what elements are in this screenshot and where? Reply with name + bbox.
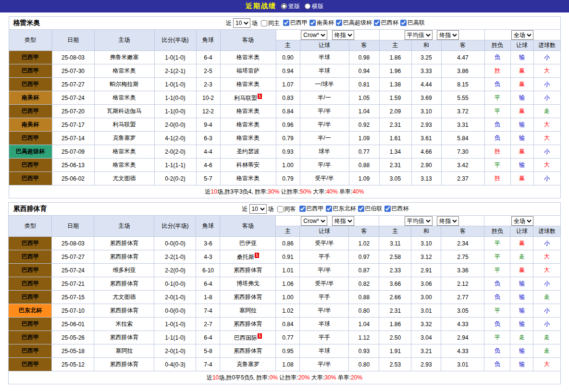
same-venue-filter[interactable]: 同客 xyxy=(277,205,296,213)
away-team[interactable]: 塞阿拉 xyxy=(220,304,276,318)
away-team[interactable]: 克鲁塞罗 xyxy=(220,358,276,371)
away-team[interactable]: 巴伊亚 xyxy=(220,237,276,250)
euro-draw-odds: 3.61 xyxy=(411,132,441,145)
league-filter[interactable]: 巴西甲 xyxy=(299,205,324,213)
home-team[interactable]: 尤文图德 xyxy=(94,172,154,185)
result-goals: 走 xyxy=(533,291,560,304)
result-handicap: 输 xyxy=(510,304,533,318)
away-team[interactable]: 累西腓体育 xyxy=(220,264,276,277)
away-team[interactable]: 巴西国际1 xyxy=(220,331,276,344)
scope-select[interactable]: 全场 xyxy=(511,30,533,40)
same-venue-filter[interactable]: 同主 xyxy=(261,19,280,27)
home-team[interactable]: 维多利亚 xyxy=(94,264,154,277)
same-venue-checkbox[interactable] xyxy=(261,20,267,26)
home-team[interactable]: 帕尔梅拉斯 xyxy=(94,78,154,91)
asian-final-index-select[interactable]: 终指 xyxy=(332,30,354,40)
bookmaker-select[interactable]: Crow* xyxy=(301,216,327,226)
away-team[interactable]: 圣约瑟波 xyxy=(220,145,276,159)
home-team[interactable]: 尤文图德 xyxy=(94,291,154,304)
rounds-select[interactable]: 10 xyxy=(249,204,267,214)
layout-vertical-option[interactable]: 竖版 xyxy=(281,2,300,11)
euro-away-odds: 2.37 xyxy=(441,172,484,185)
score: 1-0(1-0) xyxy=(154,51,196,64)
away-team[interactable]: 格雷米奥 xyxy=(220,132,276,145)
away-team[interactable]: 格雷米奥 xyxy=(220,172,276,185)
scope-select[interactable]: 全场 xyxy=(511,216,533,226)
home-team[interactable]: 弗鲁米嫩塞 xyxy=(94,51,154,64)
home-team[interactable]: 利马联盟 xyxy=(94,118,154,132)
rounds-select[interactable]: 10 xyxy=(233,18,250,28)
away-team[interactable]: 利马联盟1 xyxy=(220,91,276,105)
summary-part: 20% xyxy=(298,374,310,381)
away-team[interactable]: 格雷米奥 xyxy=(220,51,276,64)
euro-average-select[interactable]: 平均值 xyxy=(405,30,433,40)
league-filter[interactable]: 巴伯联 xyxy=(358,205,383,213)
league-filter[interactable]: 巴西杯 xyxy=(384,205,409,213)
away-team[interactable]: 累西腓体育 xyxy=(220,318,276,331)
home-team[interactable]: 累西腓体育 xyxy=(94,237,154,250)
euro-draw-odds: 4.66 xyxy=(411,145,441,159)
euro-home-odds: 1.61 xyxy=(379,132,411,145)
away-team[interactable]: 累西腓体育 xyxy=(220,291,276,304)
home-team[interactable]: 米拉索 xyxy=(94,318,154,331)
league-filter-checkbox[interactable] xyxy=(374,20,380,26)
league-filter[interactable]: 巴东北杯 xyxy=(326,205,356,213)
home-team[interactable]: 累西腓体育 xyxy=(94,250,154,264)
away-team[interactable]: 博塔弗戈 xyxy=(220,277,276,291)
home-team[interactable]: 累西腓体育 xyxy=(94,277,154,291)
home-team[interactable]: 塞阿拉 xyxy=(94,344,154,358)
league-filter-checkbox[interactable] xyxy=(326,206,332,212)
bookmaker-select[interactable]: Crow* xyxy=(301,30,327,40)
euro-final-index-select[interactable]: 终指 xyxy=(437,30,459,40)
corners: 1-8 xyxy=(196,291,220,304)
home-team[interactable]: 瓦斯科达伽马 xyxy=(94,105,154,118)
away-team[interactable]: 格雷米奥 xyxy=(220,78,276,91)
euro-home-odds: 2.58 xyxy=(379,250,411,264)
home-team[interactable]: 累西腓体育 xyxy=(94,331,154,344)
league-filter[interactable]: 南美杯 xyxy=(309,19,334,27)
league-filter-checkbox[interactable] xyxy=(336,20,342,26)
league-filter-checkbox[interactable] xyxy=(309,20,316,26)
euro-final-index-select[interactable]: 终指 xyxy=(437,216,459,226)
league-badge: 南美杯 xyxy=(9,118,52,132)
corners: 3-6 xyxy=(196,237,220,250)
league-filter-checkbox[interactable] xyxy=(358,206,364,212)
result-outcome: 负 xyxy=(484,51,510,64)
away-team[interactable]: 格雷米奥 xyxy=(220,118,276,132)
result-handicap: 赢 xyxy=(510,172,533,185)
handicap-away-odds: 0.77 xyxy=(349,145,379,159)
summary-part: 40% xyxy=(326,188,338,195)
league-filter-checkbox[interactable] xyxy=(299,206,306,212)
match-date: 25-07-15 xyxy=(52,291,94,304)
home-team[interactable]: 格雷米奥 xyxy=(94,91,154,105)
home-team[interactable]: 累西腓体育 xyxy=(94,304,154,318)
handicap-line: 半球 xyxy=(300,318,349,331)
horizontal-radio[interactable] xyxy=(305,3,310,9)
vertical-radio[interactable] xyxy=(281,3,287,9)
away-team[interactable]: 累西腓体育 xyxy=(220,344,276,358)
layout-horizontal-option[interactable]: 横版 xyxy=(305,2,323,11)
league-filter[interactable]: 巴西杯 xyxy=(374,19,398,27)
same-venue-checkbox[interactable] xyxy=(277,206,284,212)
league-filter-checkbox[interactable] xyxy=(283,20,289,26)
result-outcome: 平 xyxy=(484,159,510,172)
league-filter[interactable]: 巴西甲 xyxy=(283,19,308,27)
home-team[interactable]: 格雷米奥 xyxy=(94,159,154,172)
euro-average-select[interactable]: 平均值 xyxy=(405,216,433,226)
away-team[interactable]: 格雷米奥 xyxy=(220,105,276,118)
home-team[interactable]: 格雷米奥 xyxy=(94,145,154,159)
result-outcome: 胜 xyxy=(484,64,510,78)
away-team[interactable]: 福塔雷萨 xyxy=(220,64,276,78)
league-filter-checkbox[interactable] xyxy=(384,206,391,212)
home-team[interactable]: 克鲁塞罗 xyxy=(94,132,154,145)
league-filter-checkbox[interactable] xyxy=(400,20,407,26)
league-badge: 巴东北杯 xyxy=(9,304,52,318)
away-team[interactable]: 桑托斯1 xyxy=(220,250,276,264)
home-team[interactable]: 格雷米奥 xyxy=(94,64,154,78)
handicap-away-odds: 1.02 xyxy=(349,237,379,250)
away-team[interactable]: 科林蒂安 xyxy=(220,159,276,172)
league-filter[interactable]: 巴高联 xyxy=(400,19,425,27)
home-team[interactable]: 累西腓体育 xyxy=(94,358,154,371)
asian-final-index-select[interactable]: 终指 xyxy=(332,216,354,226)
league-filter[interactable]: 巴高超级杯 xyxy=(336,19,372,27)
